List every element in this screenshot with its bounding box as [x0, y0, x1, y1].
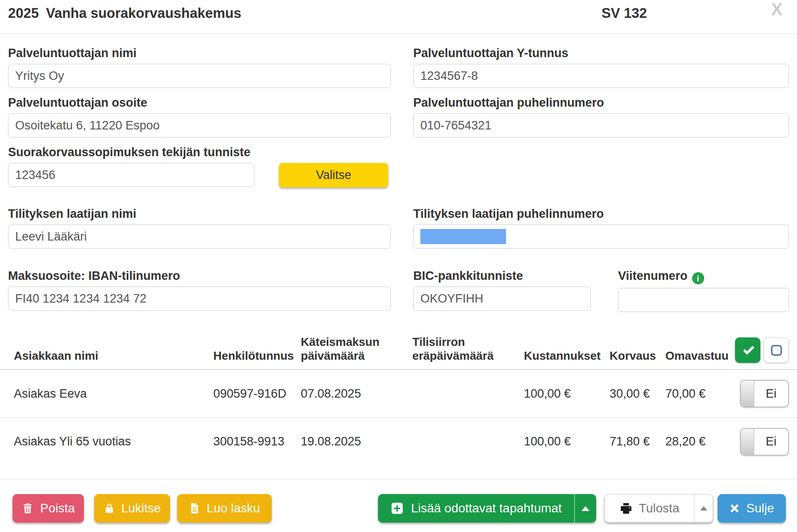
cell-cash-payment-date: 19.08.2025	[301, 435, 412, 449]
cell-costs: 100,00 €	[524, 435, 610, 449]
toggle-label: Ei	[754, 381, 788, 407]
deselect-all-button[interactable]	[764, 337, 789, 363]
form-code: SV 132	[602, 5, 647, 21]
select-all-button[interactable]	[735, 337, 760, 363]
field-reference-number: Viitenumeroi	[618, 269, 789, 312]
iban-label: Maksuosoite: IBAN-tilinumero	[8, 269, 391, 283]
cell-ssn: 300158-9913	[213, 435, 301, 449]
row-toggle[interactable]: Ei	[740, 428, 789, 456]
field-bic: BIC-pankkitunniste	[413, 269, 591, 311]
cell-reimbursement: 30,00 €	[610, 387, 665, 401]
header-divider	[0, 33, 797, 34]
print-dropdown-button[interactable]	[694, 495, 713, 522]
delete-button[interactable]: Poista	[12, 494, 84, 523]
cell-cash-payment-date: 07.08.2025	[301, 387, 412, 401]
cell-reimbursement: 71,80 €	[610, 435, 665, 449]
direct-reimbursement-modal: 2025Vanha suorakorvaushakemus SV 132 X P…	[0, 0, 797, 532]
invoice-file-icon	[189, 503, 200, 514]
col-header-costs: Kustannukset	[524, 349, 610, 363]
print-split-button: Tulosta	[604, 494, 713, 523]
toggle-knob	[741, 429, 754, 455]
caret-up-icon	[581, 506, 589, 511]
agreement-author-id-input[interactable]	[8, 163, 254, 187]
table-header-row: Asiakkaan nimi Henkilötunnus Käteismaksu…	[0, 332, 797, 370]
field-provider-business-id: Palveluntuottajan Y-tunnus	[413, 46, 789, 88]
cell-deductible: 28,20 €	[665, 435, 733, 449]
field-iban: Maksuosoite: IBAN-tilinumero	[8, 269, 391, 311]
provider-address-label: Palveluntuottajan osoite	[8, 96, 391, 110]
add-pending-button[interactable]: Lisää odottavat tapahtumat	[378, 494, 574, 523]
row-toggle[interactable]: Ei	[740, 380, 789, 407]
provider-business-id-input[interactable]	[413, 64, 789, 88]
col-header-customer-name: Asiakkaan nimi	[14, 349, 213, 363]
text-selection-highlight	[420, 229, 506, 244]
provider-address-input[interactable]	[8, 113, 391, 137]
add-pending-dropdown-button[interactable]	[574, 494, 596, 523]
close-icon[interactable]: X	[771, 1, 782, 18]
cell-ssn: 090597-916D	[213, 387, 301, 401]
claim-year: 2025	[8, 5, 39, 21]
col-header-ssn: Henkilötunnus	[213, 349, 301, 363]
cell-costs: 100,00 €	[524, 387, 610, 401]
table-row: Asiakas Eeva 090597-916D 07.08.2025 100,…	[0, 370, 797, 418]
x-icon	[729, 503, 740, 514]
field-preparer-name: Tilityksen laatijan nimi	[8, 207, 391, 249]
agreement-author-id-label: Suorakorvaussopimuksen tekijän tunniste	[8, 145, 254, 159]
claim-title: Vanha suorakorvaushakemus	[46, 5, 241, 21]
field-provider-name: Palveluntuottajan nimi	[8, 46, 391, 88]
claims-table: Asiakkaan nimi Henkilötunnus Käteismaksu…	[0, 332, 797, 466]
trash-icon	[21, 502, 34, 515]
field-provider-phone: Palveluntuottajan puhelinnumero	[413, 96, 789, 137]
provider-name-label: Palveluntuottajan nimi	[8, 46, 391, 60]
caret-up-icon	[700, 506, 707, 511]
checkbox-outline-icon	[771, 345, 782, 356]
lock-button[interactable]: Lukitse	[94, 494, 170, 523]
add-pending-split-button: Lisää odottavat tapahtumat	[378, 494, 596, 523]
close-button[interactable]: Sulje	[718, 494, 786, 523]
preparer-name-input[interactable]	[8, 224, 391, 249]
check-icon	[741, 344, 755, 357]
cell-customer-name: Asiakas Yli 65 vuotias	[14, 435, 213, 449]
toggle-label: Ei	[754, 429, 788, 455]
footer-divider	[0, 479, 797, 479]
cell-customer-name: Asiakas Eeva	[14, 387, 213, 401]
preparer-name-label: Tilityksen laatijan nimi	[8, 207, 391, 221]
provider-phone-label: Palveluntuottajan puhelinnumero	[413, 96, 789, 110]
col-header-reimbursement: Korvaus	[610, 349, 665, 363]
col-header-cash-payment-date: Käteismaksun päivämäärä	[301, 335, 412, 363]
preparer-phone-label: Tilityksen laatijan puhelinnumero	[413, 207, 789, 221]
bic-label: BIC-pankkitunniste	[413, 269, 591, 283]
provider-phone-input[interactable]	[413, 113, 789, 137]
field-preparer-phone: Tilityksen laatijan puhelinnumero	[413, 207, 789, 249]
provider-name-input[interactable]	[8, 64, 391, 88]
page-title: 2025Vanha suorakorvaushakemus	[8, 5, 241, 21]
choose-button[interactable]: Valitse	[279, 163, 388, 187]
col-header-deductible: Omavastuu	[665, 349, 733, 363]
col-header-transfer-due-date: Tilisiirron eräpäivämäärä	[412, 335, 524, 363]
reference-number-label: Viitenumeroi	[618, 269, 789, 284]
create-invoice-button[interactable]: Luo lasku	[177, 494, 272, 523]
lock-icon	[104, 503, 115, 514]
plus-square-icon	[390, 502, 404, 515]
bic-input[interactable]	[413, 287, 591, 311]
field-agreement-author-id: Suorakorvaussopimuksen tekijän tunniste	[8, 145, 254, 187]
printer-icon	[619, 502, 633, 515]
print-button[interactable]: Tulosta	[605, 495, 694, 522]
table-row: Asiakas Yli 65 vuotias 300158-9913 19.08…	[0, 418, 797, 466]
toggle-knob	[741, 381, 754, 407]
cell-deductible: 70,00 €	[665, 387, 733, 401]
provider-business-id-label: Palveluntuottajan Y-tunnus	[413, 46, 789, 60]
info-icon[interactable]: i	[692, 272, 704, 284]
iban-input[interactable]	[8, 287, 391, 311]
reference-number-input[interactable]	[618, 288, 789, 312]
field-provider-address: Palveluntuottajan osoite	[8, 96, 391, 137]
